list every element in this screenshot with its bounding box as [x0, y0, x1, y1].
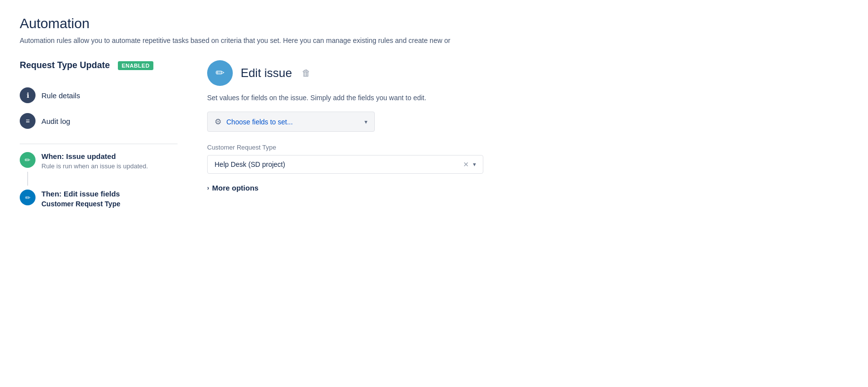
action-subtitle: Customer Request Type — [41, 200, 178, 208]
trigger-description: Rule is run when an issue is updated. — [41, 162, 178, 170]
rule-title: Request Type Update — [20, 60, 110, 71]
action-content: Then: Edit issue fields Customer Request… — [41, 190, 178, 208]
nav-label-rule-details: Rule details — [41, 91, 80, 100]
page-description: Automation rules allow you to automate r… — [20, 37, 464, 44]
nav-item-audit-log[interactable]: ≡ Audit log — [20, 108, 178, 134]
audit-icon: ≡ — [20, 113, 36, 129]
chevron-down-icon: ▾ — [364, 118, 367, 125]
enabled-badge: ENABLED — [118, 61, 154, 70]
rule-header: Request Type Update ENABLED — [20, 60, 178, 71]
select-value: Help Desk (SD project) — [215, 160, 463, 168]
choose-fields-button[interactable]: ⚙ Choose fields to set... ▾ — [207, 112, 375, 132]
nav-item-rule-details[interactable]: ℹ Rule details — [20, 82, 178, 108]
trigger-title: When: Issue updated — [41, 152, 178, 160]
page-title: Automation — [20, 16, 848, 32]
divider — [20, 144, 178, 144]
more-options-label: More options — [212, 184, 258, 192]
edit-icon-circle: ✏ — [207, 60, 233, 86]
field-label: Customer Request Type — [207, 144, 848, 151]
clear-icon[interactable]: ✕ — [463, 160, 469, 168]
request-type-select[interactable]: Help Desk (SD project) ✕ ▾ — [207, 155, 483, 174]
edit-description: Set values for fields on the issue. Simp… — [207, 94, 848, 102]
delete-icon[interactable]: 🗑 — [302, 68, 311, 78]
action-title: Then: Edit issue fields — [41, 190, 178, 198]
edit-pencil-icon: ✏ — [216, 67, 224, 79]
main-layout: Request Type Update ENABLED ℹ Rule detai… — [20, 60, 848, 208]
action-icon: ✏ — [20, 190, 36, 205]
gear-icon: ⚙ — [215, 117, 221, 126]
trigger-section: ✏ When: Issue updated Rule is run when a… — [20, 152, 178, 186]
trigger-icon: ✏ — [20, 152, 36, 168]
dropdown-arrow-icon: ▾ — [473, 161, 476, 168]
more-options-toggle[interactable]: › More options — [207, 184, 848, 192]
right-panel: ✏ Edit issue 🗑 Set values for fields on … — [207, 60, 848, 192]
chevron-right-icon: › — [207, 185, 209, 192]
edit-header: ✏ Edit issue 🗑 — [207, 60, 848, 86]
nav-label-audit-log: Audit log — [41, 117, 70, 125]
trigger-content: When: Issue updated Rule is run when an … — [41, 152, 178, 170]
nav-list: ℹ Rule details ≡ Audit log — [20, 82, 178, 134]
choose-fields-label: Choose fields to set... — [226, 118, 360, 126]
action-section: ✏ Then: Edit issue fields Customer Reque… — [20, 186, 178, 208]
edit-issue-title: Edit issue — [241, 66, 292, 80]
info-icon: ℹ — [20, 87, 36, 103]
left-panel: Request Type Update ENABLED ℹ Rule detai… — [20, 60, 178, 208]
